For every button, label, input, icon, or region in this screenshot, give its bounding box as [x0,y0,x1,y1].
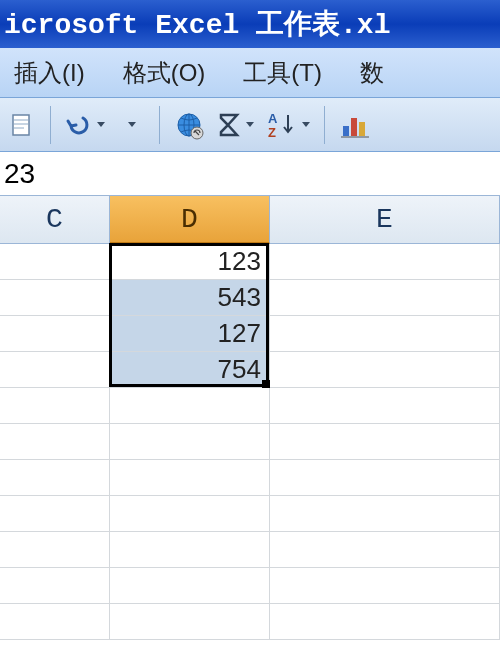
table-row: 123 [0,244,500,280]
title-text: icrosoft Excel 工作表.xl [4,5,390,43]
cell[interactable]: 543 [110,280,270,316]
table-row [0,460,500,496]
cell[interactable] [270,568,500,604]
toolbar-separator [159,106,160,144]
cell[interactable] [0,460,110,496]
cell[interactable] [0,496,110,532]
svg-text:A: A [268,111,278,126]
cell[interactable] [0,424,110,460]
cell[interactable] [0,280,110,316]
cell[interactable] [270,460,500,496]
table-row [0,532,500,568]
cell[interactable] [0,568,110,604]
menu-data[interactable]: 数 [350,53,394,93]
menu-insert[interactable]: 插入(I) [4,53,95,93]
cell[interactable] [110,388,270,424]
toolbar: A Z [0,98,500,152]
menu-tools[interactable]: 工具(T) [233,53,332,93]
cell[interactable]: 754 [110,352,270,388]
cell[interactable] [110,424,270,460]
table-row [0,604,500,640]
cell[interactable] [270,352,500,388]
redo-dropdown-arrow[interactable] [115,105,147,145]
table-row: 543 [0,280,500,316]
cell[interactable] [0,244,110,280]
dropdown-arrow-icon [128,122,136,127]
column-header-e[interactable]: E [270,196,500,244]
menu-bar: 插入(I) 格式(O) 工具(T) 数 [0,48,500,98]
cell[interactable] [270,496,500,532]
cell[interactable] [270,424,500,460]
cell[interactable] [270,532,500,568]
formula-bar[interactable]: 23 [0,152,500,196]
sort-button[interactable]: A Z [264,105,312,145]
cell[interactable]: 123 [110,244,270,280]
menu-format[interactable]: 格式(O) [113,53,216,93]
spreadsheet-grid: C D E 123 543 127 754 [0,196,500,640]
table-row [0,496,500,532]
cell[interactable] [110,604,270,640]
svg-rect-7 [351,118,357,136]
cell[interactable] [0,352,110,388]
cell[interactable] [270,244,500,280]
dropdown-arrow-icon [97,122,105,127]
svg-rect-0 [13,115,29,135]
dropdown-arrow-icon [302,122,310,127]
cell[interactable] [110,532,270,568]
cell[interactable] [0,604,110,640]
column-header-c[interactable]: C [0,196,110,244]
cell[interactable] [270,388,500,424]
undo-button[interactable] [63,105,107,145]
title-bar: icrosoft Excel 工作表.xl [0,0,500,48]
cell[interactable] [270,604,500,640]
cell[interactable] [0,316,110,352]
column-header-d[interactable]: D [110,196,270,244]
cell[interactable] [110,568,270,604]
dropdown-arrow-icon [246,122,254,127]
cell[interactable] [0,388,110,424]
cell[interactable] [270,280,500,316]
table-row [0,388,500,424]
cell[interactable] [270,316,500,352]
toolbar-separator [324,106,325,144]
table-row: 127 [0,316,500,352]
svg-rect-6 [343,126,349,136]
svg-text:Z: Z [268,125,276,140]
svg-rect-8 [359,122,365,136]
autosum-button[interactable] [214,105,256,145]
hyperlink-button[interactable] [172,105,206,145]
chart-button[interactable] [337,105,375,145]
cell[interactable] [0,532,110,568]
column-headers: C D E [0,196,500,244]
toolbar-separator [50,106,51,144]
cell[interactable] [110,460,270,496]
cell[interactable]: 127 [110,316,270,352]
table-row: 754 [0,352,500,388]
toolbar-button[interactable] [6,105,38,145]
cell[interactable] [110,496,270,532]
table-row [0,568,500,604]
table-row [0,424,500,460]
formula-value: 23 [4,158,35,190]
